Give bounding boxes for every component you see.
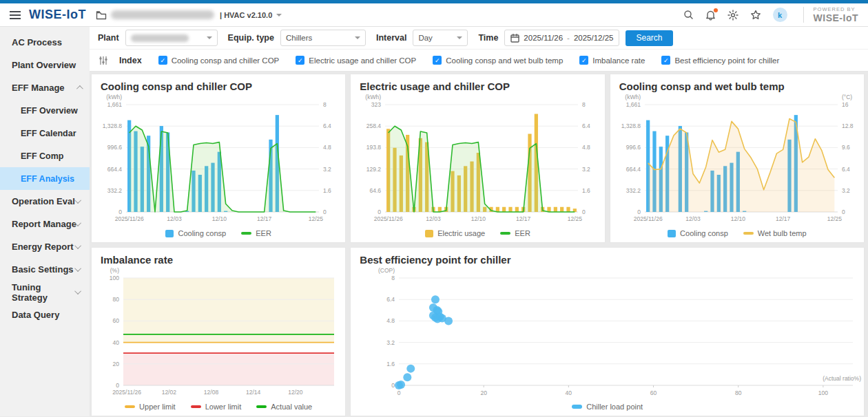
sidebar-item-label: EFF Analysis <box>21 174 74 184</box>
sidebar-item-report-manage[interactable]: Report Manage <box>0 213 90 235</box>
date-end: 2025/12/25 <box>574 34 614 42</box>
svg-text:(kWh): (kWh) <box>625 94 641 100</box>
electric-cop-chart: 3238258.46.4193.84.8129.23.264.61.600(kW… <box>351 92 604 224</box>
sidebar-item-energy-report[interactable]: Energy Report <box>0 235 90 258</box>
legend-chiller-load-point[interactable]: Chiller load point <box>572 403 643 411</box>
index-checkbox-best-efficiency-point-for-chiller[interactable]: ✓Best efficiency point for chiller <box>661 56 779 65</box>
notifications-bell-icon[interactable] <box>705 10 716 21</box>
svg-text:1,661: 1,661 <box>626 101 641 108</box>
favorite-star-icon[interactable] <box>750 10 761 20</box>
interval-select[interactable]: Day <box>413 30 468 46</box>
svg-text:12/10: 12/10 <box>212 215 227 222</box>
chevron-down-icon <box>355 36 360 39</box>
legend-actual-value[interactable]: Actual value <box>256 403 312 411</box>
sidebar-item-label: Energy Report <box>12 242 74 252</box>
sidebar-item-eff-manage[interactable]: EFF Manage <box>0 76 90 99</box>
svg-text:100: 100 <box>110 275 119 281</box>
sidebar-item-label: EFF Overview <box>21 106 78 116</box>
svg-text:193.8: 193.8 <box>366 144 382 151</box>
date-separator: - <box>567 34 570 42</box>
sidebar-item-ac-process[interactable]: AC Process <box>0 31 90 54</box>
svg-text:60: 60 <box>113 317 120 324</box>
svg-text:332.2: 332.2 <box>626 187 641 194</box>
svg-text:12/17: 12/17 <box>776 215 791 222</box>
plant-value-redacted <box>131 34 189 42</box>
legend-upper-limit[interactable]: Upper limit <box>125 403 176 411</box>
legend-cooling-consp[interactable]: Cooling consp <box>668 229 728 237</box>
sidebar-item-data-query[interactable]: Data Query <box>0 303 90 326</box>
best-efficiency-chart: 86.44.83.21.60(COP)020406080100(Actual r… <box>351 266 864 398</box>
svg-text:60: 60 <box>650 389 657 396</box>
svg-text:0: 0 <box>116 382 119 389</box>
cooling-cop-chart-card: Cooling consp and chiller COP 1,66181,32… <box>91 74 346 243</box>
svg-text:0: 0 <box>392 382 395 389</box>
sidebar-item-eff-comp[interactable]: EFF Comp <box>0 145 90 167</box>
svg-text:6.4: 6.4 <box>323 122 331 129</box>
svg-text:0: 0 <box>582 208 586 215</box>
index-checkbox-cooling-consp-and-chiller-cop[interactable]: ✓Cooling consp and chiller COP <box>158 56 280 65</box>
svg-text:12.8: 12.8 <box>842 122 854 129</box>
user-avatar[interactable]: k <box>773 8 787 22</box>
svg-text:0: 0 <box>637 208 641 215</box>
checkbox-icon: ✓ <box>433 56 442 65</box>
hamburger-menu-icon[interactable] <box>10 11 21 19</box>
svg-text:12/03: 12/03 <box>167 215 182 222</box>
sidebar-item-label: AC Process <box>12 37 62 47</box>
index-checkbox-imbalance-rate[interactable]: ✓Imbalance rate <box>579 56 645 65</box>
calendar-icon <box>510 34 519 43</box>
svg-text:996.6: 996.6 <box>626 144 641 151</box>
legend-swatch <box>125 405 135 408</box>
time-label: Time <box>478 33 498 43</box>
search-button[interactable]: Search <box>626 30 672 46</box>
sidebar-item-label: Plant Overview <box>12 60 76 70</box>
svg-text:6.4: 6.4 <box>387 296 395 303</box>
search-icon[interactable] <box>683 10 694 20</box>
sidebar-item-tuning-strategy[interactable]: Tuning Strategy <box>0 281 90 303</box>
checkbox-label: Cooling consp and wet bulb temp <box>446 56 563 65</box>
svg-text:12/03: 12/03 <box>685 215 701 222</box>
legend-electric-usage[interactable]: Electric usage <box>425 229 485 237</box>
legend-cooling-consp[interactable]: Cooling consp <box>165 229 226 237</box>
sidebar-item-label: Basic Settings <box>12 264 74 275</box>
legend-lower-limit[interactable]: Lower limit <box>191 403 242 411</box>
sidebar-item-eff-analysis[interactable]: EFF Analysis <box>0 167 90 190</box>
chart-title: Cooling consp and chiller COP <box>92 74 345 92</box>
date-range-input[interactable]: 2025/11/26 - 2025/12/25 <box>504 30 619 46</box>
plant-name-redacted <box>111 10 214 19</box>
index-checkbox-electric-usage-and-chiller-cop[interactable]: ✓Electric usage and chiller COP <box>296 56 416 65</box>
sidebar-nav: AC ProcessPlant OverviewEFF ManageEFF Ov… <box>0 27 90 416</box>
sidebar-item-basic-settings[interactable]: Basic Settings <box>0 258 90 281</box>
chart-title: Cooling consp and wet bulb temp <box>610 74 864 92</box>
sidebar-item-label: Tuning Strategy <box>12 282 76 303</box>
sidebar-item-operation-eval[interactable]: Operation Eval <box>0 190 90 213</box>
sidebar-item-label: Operation Eval <box>12 196 75 206</box>
index-checkbox-cooling-consp-and-wet-bulb-temp[interactable]: ✓Cooling consp and wet bulb temp <box>433 56 563 65</box>
cooling-wetbulb-chart-card: Cooling consp and wet bulb temp 1,661161… <box>610 74 865 243</box>
chart-legend: Chiller load point <box>351 398 864 416</box>
sidebar-item-label: EFF Calendar <box>21 129 76 138</box>
svg-text:3.2: 3.2 <box>323 166 331 173</box>
legend-label: Cooling consp <box>178 229 226 237</box>
plant-select[interactable] <box>125 30 218 46</box>
svg-text:332.2: 332.2 <box>107 187 123 194</box>
sidebar-item-plant-overview[interactable]: Plant Overview <box>0 54 90 76</box>
legend-eer[interactable]: EER <box>500 229 530 237</box>
sidebar-item-eff-calendar[interactable]: EFF Calendar <box>0 122 90 145</box>
sidebar-item-eff-overview[interactable]: EFF Overview <box>0 99 90 122</box>
cooling-wetbulb-canvas: 1,661161,328.812.8996.69.6664.46.4332.23… <box>610 92 864 224</box>
legend-label: Electric usage <box>437 229 485 237</box>
equip-type-select[interactable]: Chillers <box>280 30 366 46</box>
checkbox-icon: ✓ <box>579 56 588 65</box>
electric-cop-chart-card: Electric usage and chiller COP 3238258.4… <box>350 74 605 243</box>
svg-text:12/02: 12/02 <box>162 389 177 396</box>
svg-text:(%): (%) <box>110 267 119 274</box>
legend-eer[interactable]: EER <box>241 229 271 237</box>
legend-wet-bulb-temp[interactable]: Wet bulb temp <box>743 229 807 237</box>
settings-gear-icon[interactable] <box>727 10 738 21</box>
workspace-label[interactable]: | HVAC v2.10.0 <box>220 11 272 19</box>
svg-text:3.2: 3.2 <box>387 339 395 346</box>
app-logo: WISE-IoT <box>29 8 86 22</box>
legend-label: Cooling consp <box>680 229 728 237</box>
svg-text:40: 40 <box>113 339 120 346</box>
svg-text:12/17: 12/17 <box>516 215 531 222</box>
